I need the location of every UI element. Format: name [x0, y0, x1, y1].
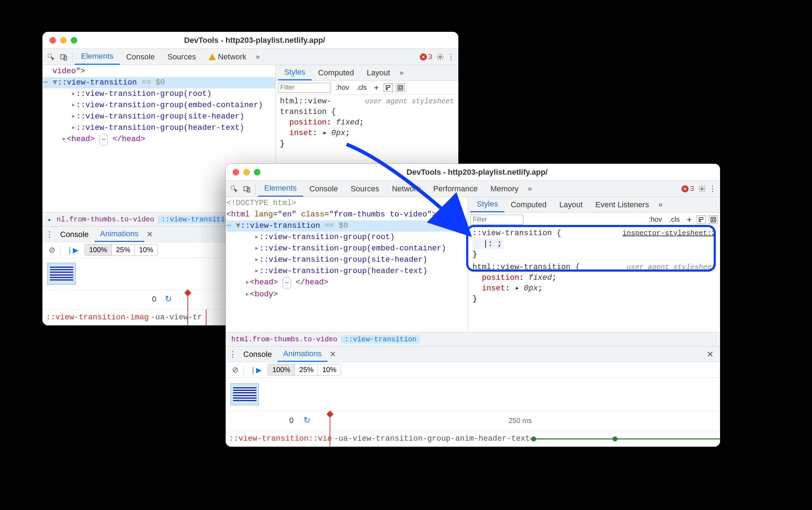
- speed-100[interactable]: 100%: [268, 364, 295, 375]
- event-listeners-tab[interactable]: Event Listeners: [589, 197, 656, 212]
- tab-sources[interactable]: Sources: [344, 181, 385, 197]
- tab-performance[interactable]: Performance: [427, 181, 484, 197]
- add-rule-button[interactable]: +: [685, 215, 694, 225]
- dom-group-row[interactable]: ▸::view-transition-group(root): [43, 88, 276, 100]
- kebab-icon[interactable]: ⋮: [707, 184, 718, 193]
- box-model-icon[interactable]: [396, 83, 405, 92]
- zoom-window-icon[interactable]: [254, 169, 260, 175]
- drawer-console-tab[interactable]: Console: [54, 227, 94, 242]
- clear-icon[interactable]: ⊘: [228, 365, 242, 375]
- kebab-icon[interactable]: ⋮: [446, 52, 456, 62]
- dom-group-row[interactable]: ▸::view-transition-group(site-header): [43, 111, 276, 122]
- crumb-left-icon[interactable]: ◂: [45, 215, 53, 224]
- animation-track[interactable]: [530, 431, 720, 447]
- crumb-item-active[interactable]: ::view-transition: [341, 335, 420, 343]
- playhead-marker[interactable]: [187, 293, 188, 325]
- tab-network[interactable]: Network: [202, 49, 253, 65]
- hov-toggle[interactable]: :hov: [334, 83, 352, 92]
- box-model-icon[interactable]: [709, 215, 718, 224]
- more-tabs-icon[interactable]: »: [525, 184, 535, 193]
- drawer-kebab-icon[interactable]: ⋮: [45, 230, 54, 239]
- dom-selected-row[interactable]: ⋯ ▼::view-transition == $0: [226, 220, 468, 232]
- animation-thumbnail[interactable]: [47, 263, 76, 285]
- styles-tab[interactable]: Styles: [470, 197, 504, 212]
- hov-toggle[interactable]: :hov: [646, 215, 664, 224]
- cls-toggle[interactable]: .cls: [354, 83, 369, 92]
- layout-tab[interactable]: Layout: [553, 197, 589, 212]
- dom-html-row[interactable]: <html lang="en" class="from-thumbs to-vi…: [226, 209, 468, 220]
- minimize-window-icon[interactable]: [243, 169, 250, 175]
- minimize-window-icon[interactable]: [60, 37, 66, 44]
- play-icon[interactable]: ❘▶: [62, 246, 83, 254]
- inspect-element-icon[interactable]: [228, 182, 240, 195]
- error-count-badge[interactable]: ✕ 3: [679, 185, 697, 193]
- speed-25[interactable]: 25%: [112, 244, 135, 255]
- css-editing-line[interactable]: |: ;: [483, 239, 502, 248]
- device-toolbar-icon[interactable]: [57, 51, 70, 63]
- device-toolbar-icon[interactable]: [240, 182, 253, 195]
- dom-group-row[interactable]: ▸::view-transition-group(embed-container…: [43, 100, 276, 111]
- styles-body[interactable]: inspector-stylesheet:2 ::view-transition…: [468, 227, 720, 332]
- play-icon[interactable]: ❘▶: [245, 366, 266, 374]
- dom-group-row[interactable]: ▸::view-transition-group(header-text): [226, 266, 468, 277]
- drawer-console-tab[interactable]: Console: [238, 347, 278, 362]
- dom-group-row[interactable]: ▸::view-transition-group(root): [226, 232, 468, 243]
- speed-100[interactable]: 100%: [85, 244, 112, 255]
- more-styles-tabs-icon[interactable]: »: [655, 200, 665, 209]
- close-tab-icon[interactable]: ✕: [327, 350, 338, 359]
- close-window-icon[interactable]: [50, 37, 56, 44]
- dom-tree[interactable]: <!DOCTYPE html> <html lang="en" class="f…: [226, 197, 468, 300]
- styles-filter-input[interactable]: [470, 215, 523, 225]
- tab-sources[interactable]: Sources: [161, 49, 202, 65]
- tab-console[interactable]: Console: [120, 49, 161, 65]
- speed-25[interactable]: 25%: [295, 364, 318, 375]
- more-tabs-icon[interactable]: »: [253, 52, 263, 62]
- dom-head-row[interactable]: ▸<head> ⋯ </head>: [43, 134, 276, 146]
- speed-10[interactable]: 10%: [135, 244, 157, 255]
- add-rule-button[interactable]: +: [372, 83, 381, 93]
- dom-head-row[interactable]: ▸<head> ⋯ </head>: [226, 277, 468, 289]
- dom-group-row[interactable]: ▸::view-transition-group(embed-container…: [226, 243, 468, 254]
- dom-selected-row[interactable]: ⋯ ▼::view-transition == $0: [43, 77, 276, 88]
- layout-tab[interactable]: Layout: [360, 65, 396, 80]
- crumb-item[interactable]: nl.from-thumbs.to-video: [53, 215, 158, 224]
- close-window-icon[interactable]: [233, 169, 239, 175]
- timeline-axis[interactable]: 0 ↻ 250 ms: [226, 411, 720, 430]
- animation-row[interactable]: ::view-transition::vie -ua-view-transiti…: [226, 430, 720, 447]
- dom-group-row[interactable]: ▸::view-transition-group(header-text): [43, 122, 276, 134]
- stylesheet-link[interactable]: inspector-stylesheet:2: [622, 228, 716, 239]
- dom-tree[interactable]: video"> ⋯ ▼::view-transition == $0 ▸::vi…: [42, 65, 276, 146]
- crumb-item-active[interactable]: ::view-transition: [158, 215, 237, 224]
- computed-tab[interactable]: Computed: [312, 65, 360, 80]
- styles-tab[interactable]: Styles: [278, 65, 312, 80]
- paint-icon[interactable]: [384, 83, 393, 92]
- dom-group-row[interactable]: ▸::view-transition-group(site-header): [226, 254, 468, 266]
- reload-icon[interactable]: ↻: [165, 294, 172, 304]
- speed-10[interactable]: 10%: [318, 364, 341, 375]
- tab-elements[interactable]: Elements: [75, 49, 120, 65]
- tab-network[interactable]: Network: [385, 181, 427, 197]
- drawer-animations-tab[interactable]: Animations: [278, 347, 327, 362]
- paint-icon[interactable]: [697, 215, 706, 224]
- zoom-window-icon[interactable]: [71, 37, 77, 44]
- playhead-marker[interactable]: [330, 415, 330, 446]
- dom-doctype[interactable]: <!DOCTYPE html>: [226, 198, 468, 209]
- drawer-animations-tab[interactable]: Animations: [94, 227, 144, 242]
- inspect-element-icon[interactable]: [45, 51, 57, 63]
- computed-tab[interactable]: Computed: [504, 197, 553, 212]
- close-drawer-icon[interactable]: ✕: [702, 349, 718, 359]
- clear-icon[interactable]: ⊘: [45, 245, 59, 255]
- tab-elements[interactable]: Elements: [258, 181, 303, 197]
- error-count-badge[interactable]: ✕ 3: [417, 53, 435, 61]
- dom-line[interactable]: video">: [43, 66, 276, 77]
- tab-console[interactable]: Console: [303, 181, 344, 197]
- drawer-kebab-icon[interactable]: ⋮: [228, 350, 238, 359]
- more-styles-tabs-icon[interactable]: »: [396, 68, 406, 77]
- gear-icon[interactable]: [435, 53, 446, 61]
- animation-thumbnail[interactable]: [231, 383, 259, 405]
- close-tab-icon[interactable]: ✕: [144, 230, 155, 239]
- crumb-item[interactable]: html.from-thumbs.to-video: [228, 335, 341, 343]
- styles-filter-input[interactable]: [278, 83, 331, 93]
- gear-icon[interactable]: [697, 185, 707, 193]
- reload-icon[interactable]: ↻: [303, 415, 311, 425]
